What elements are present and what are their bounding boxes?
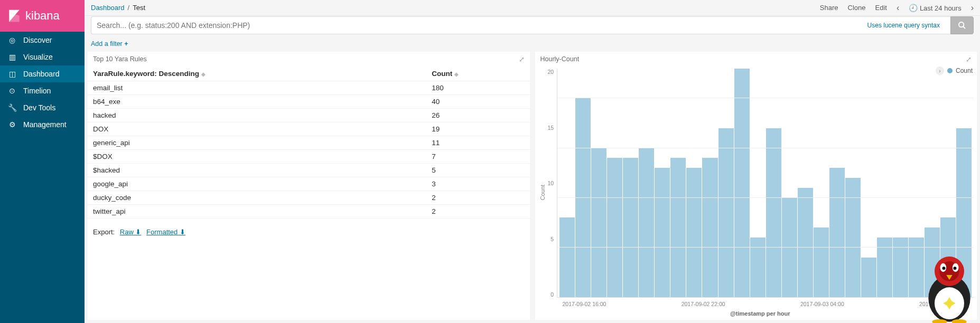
- y-ticks: 20151050: [547, 69, 557, 298]
- sidebar-item-timelion[interactable]: ⊙Timelion: [0, 82, 85, 99]
- table-row[interactable]: $hacked5: [88, 164, 530, 177]
- bar[interactable]: [686, 168, 702, 297]
- bar[interactable]: [670, 158, 686, 297]
- cell-count: 180: [426, 81, 529, 95]
- bar[interactable]: [782, 198, 797, 297]
- x-ticks: 2017-09-02 16:002017-09-02 22:002017-09-…: [547, 298, 974, 307]
- sidebar-item-discover[interactable]: ◎Discover: [0, 32, 85, 49]
- share-button[interactable]: Share: [820, 4, 838, 12]
- x-axis-label: @timestamp per hour: [547, 307, 974, 317]
- table-row[interactable]: hacked26: [88, 109, 530, 122]
- sidebar-item-dashboard[interactable]: ◫Dashboard: [0, 65, 85, 82]
- table-row[interactable]: generic_api11: [88, 136, 530, 150]
- sidebar-item-label: Timelion: [23, 87, 51, 95]
- brand-logo: kibana: [0, 0, 85, 32]
- sidebar: kibana ◎Discover▥Visualize◫Dashboard⊙Tim…: [0, 0, 85, 323]
- bar[interactable]: [591, 148, 606, 297]
- table-row[interactable]: ducky_code2: [88, 191, 530, 205]
- panel-title: Hourly-Count: [540, 55, 580, 63]
- table-row[interactable]: twitter_api2: [88, 205, 530, 218]
- sidebar-item-dev-tools[interactable]: 🔧Dev Tools: [0, 99, 85, 116]
- main: Dashboard / Test Share Clone Edit ‹ 🕘 La…: [85, 0, 980, 323]
- bar[interactable]: [702, 158, 717, 297]
- sidebar-item-label: Management: [23, 120, 67, 129]
- edit-button[interactable]: Edit: [875, 4, 887, 12]
- sort-icon: ◆: [201, 71, 206, 77]
- bar[interactable]: [829, 168, 845, 297]
- bar[interactable]: [655, 168, 670, 297]
- time-range-label: Last 24 hours: [920, 4, 962, 12]
- clone-button[interactable]: Clone: [848, 4, 866, 12]
- cell-count: 2: [426, 205, 529, 218]
- bar[interactable]: [925, 227, 940, 297]
- bar[interactable]: [814, 227, 829, 297]
- cell-count: 26: [426, 109, 529, 122]
- export-label: Export:: [93, 228, 115, 236]
- cell-count: 2: [426, 191, 529, 205]
- bar[interactable]: [766, 128, 781, 297]
- bar[interactable]: [734, 69, 750, 297]
- table-row[interactable]: email_list180: [88, 81, 530, 95]
- col-count-header[interactable]: Count◆: [426, 66, 529, 81]
- brand-name: kibana: [25, 9, 60, 23]
- sidebar-item-management[interactable]: ⚙Management: [0, 116, 85, 133]
- panel-title: Top 10 Yara Rules: [93, 55, 147, 63]
- cell-rule: email_list: [88, 81, 426, 95]
- bar[interactable]: [845, 178, 861, 297]
- time-range-picker[interactable]: 🕘 Last 24 hours: [909, 4, 961, 12]
- svg-point-0: [959, 22, 964, 27]
- panel-hourly-count: Hourly-Count ⤢ › Count Count 20151050: [535, 52, 977, 320]
- add-filter-button[interactable]: Add a filter +: [91, 40, 128, 48]
- col-rule-header[interactable]: YaraRule.keyword: Descending◆: [88, 66, 426, 81]
- bar[interactable]: [607, 158, 622, 297]
- bar[interactable]: [559, 217, 575, 297]
- expand-icon[interactable]: ⤢: [519, 55, 525, 63]
- bar[interactable]: [639, 148, 654, 297]
- timelion-icon: ⊙: [7, 87, 17, 95]
- topbar-actions: Share Clone Edit ‹ 🕘 Last 24 hours ›: [820, 3, 974, 13]
- bar[interactable]: [940, 217, 956, 297]
- expand-icon[interactable]: ⤢: [966, 55, 972, 63]
- breadcrumb-root[interactable]: Dashboard: [91, 4, 125, 12]
- clock-icon: 🕘: [909, 4, 918, 12]
- time-prev-icon[interactable]: ‹: [897, 3, 899, 13]
- svg-point-11: [952, 319, 967, 323]
- bar[interactable]: [956, 128, 972, 297]
- cell-count: 5: [426, 164, 529, 177]
- cell-rule: generic_api: [88, 136, 426, 150]
- search-button[interactable]: [950, 16, 974, 34]
- export-raw-link[interactable]: Raw ⬇: [120, 228, 142, 236]
- y-axis-label: Count: [538, 185, 547, 200]
- table-row[interactable]: $DOX7: [88, 150, 530, 164]
- panel-top-yara-rules: Top 10 Yara Rules ⤢ YaraRule.keyword: De…: [88, 52, 530, 320]
- sidebar-item-label: Dev Tools: [23, 103, 55, 112]
- search-input[interactable]: [97, 21, 862, 30]
- cell-count: 11: [426, 136, 529, 150]
- cell-count: 40: [426, 95, 529, 109]
- cell-count: 19: [426, 122, 529, 136]
- table-row[interactable]: b64_exe40: [88, 95, 530, 109]
- cell-rule: ducky_code: [88, 191, 426, 205]
- time-next-icon[interactable]: ›: [971, 3, 974, 13]
- table-row[interactable]: DOX19: [88, 122, 530, 136]
- export-formatted-link[interactable]: Formatted ⬇: [146, 228, 185, 236]
- search-syntax-hint[interactable]: Uses lucene query syntax: [862, 22, 945, 29]
- bar[interactable]: [861, 258, 876, 297]
- bar[interactable]: [798, 188, 813, 297]
- topbar: Dashboard / Test Share Clone Edit ‹ 🕘 La…: [85, 0, 980, 16]
- bar[interactable]: [718, 128, 734, 297]
- breadcrumb: Dashboard / Test: [91, 4, 145, 12]
- discover-icon: ◎: [7, 36, 17, 44]
- table-row[interactable]: google_api3: [88, 177, 530, 191]
- searchbar: Uses lucene query syntax: [85, 16, 980, 39]
- bar[interactable]: [623, 158, 638, 297]
- nav-list: ◎Discover▥Visualize◫Dashboard⊙Timelion🔧D…: [0, 32, 85, 133]
- dashboard-icon: ◫: [7, 70, 17, 78]
- panels: Top 10 Yara Rules ⤢ YaraRule.keyword: De…: [85, 52, 980, 323]
- search-input-wrap: Uses lucene query syntax: [91, 16, 950, 34]
- sidebar-item-visualize[interactable]: ▥Visualize: [0, 49, 85, 65]
- sidebar-item-label: Visualize: [23, 53, 53, 61]
- bars-frame[interactable]: [557, 69, 974, 298]
- cell-rule: $hacked: [88, 164, 426, 177]
- breadcrumb-current: Test: [133, 4, 145, 12]
